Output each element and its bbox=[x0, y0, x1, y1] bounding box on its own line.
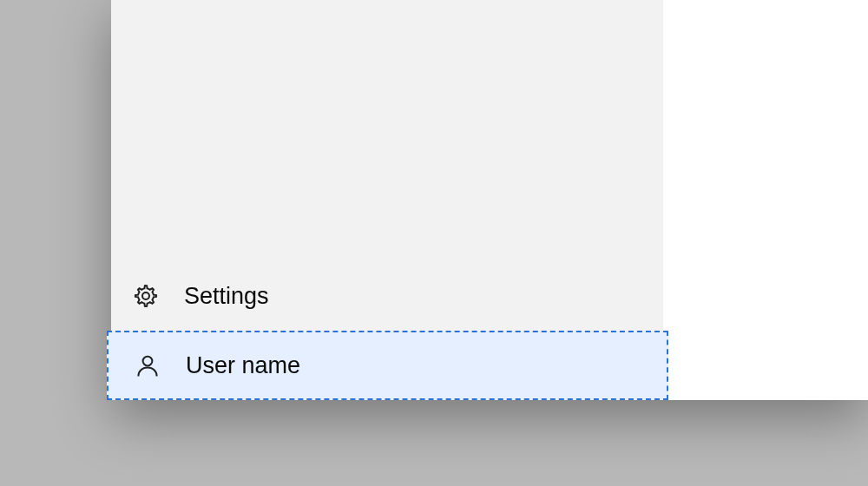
svg-point-0 bbox=[142, 292, 149, 299]
settings-label: Settings bbox=[184, 283, 269, 310]
menu-list: Settings User name bbox=[111, 261, 663, 400]
window: Settings User name bbox=[111, 0, 868, 400]
settings-menu-item[interactable]: Settings bbox=[111, 261, 663, 331]
user-label: User name bbox=[186, 352, 300, 379]
person-icon bbox=[132, 350, 163, 381]
user-menu-item[interactable]: User name bbox=[107, 331, 668, 400]
navigation-panel: Settings User name bbox=[111, 0, 663, 400]
gear-icon bbox=[130, 280, 161, 312]
svg-point-1 bbox=[143, 357, 153, 366]
